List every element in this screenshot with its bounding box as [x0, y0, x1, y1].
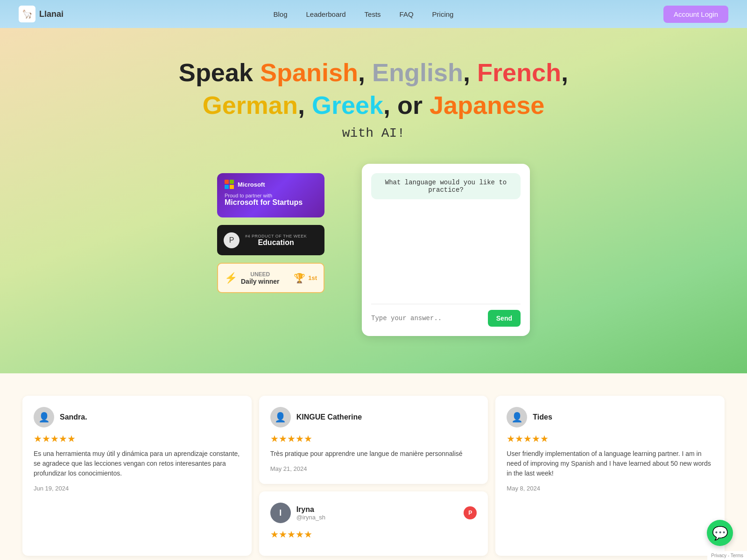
hero-japanese: Japanese: [430, 91, 544, 119]
account-login-button[interactable]: Account Login: [663, 6, 728, 23]
avatar-kingue: 👤: [270, 407, 291, 427]
uneed-left: ⚡ UNEED Daily winner: [225, 271, 279, 285]
recaptcha-notice: Privacy - Terms: [707, 551, 747, 560]
hero-english: English: [372, 58, 463, 86]
product-text: #4 PRODUCT OF THE WEEK Education: [245, 234, 307, 247]
lightning-icon: ⚡: [225, 272, 237, 284]
whatsapp-button[interactable]: 💬: [707, 520, 733, 546]
review-card-tides: 👤 Tides ★★★★★ User friendly implementati…: [495, 396, 725, 556]
product-number: #4 PRODUCT OF THE WEEK: [245, 234, 307, 238]
hero-french: French: [477, 58, 561, 86]
review-header-kingue: 👤 KINGUE Catherine: [270, 407, 477, 427]
product-badge-iryna: P: [464, 506, 477, 519]
reviewer-name-sandra: Sandra.: [60, 413, 87, 421]
reviewer-name-kingue: KINGUE Catherine: [296, 413, 362, 421]
hero-greek: Greek: [312, 91, 383, 119]
nav-leaderboard[interactable]: Leaderboard: [306, 10, 346, 18]
product-category: Education: [245, 238, 307, 247]
reviews-section: 👤 Sandra. ★★★★★ Es una herramienta muy ú…: [0, 373, 747, 560]
chat-widget: What language would you like to practice…: [362, 164, 530, 336]
logo-icon: 🦙: [19, 6, 35, 22]
recaptcha-text: Privacy - Terms: [711, 553, 743, 558]
hero-content: Microsoft Proud to partner with Microsof…: [93, 164, 654, 336]
review-text-tides: User friendly implementation of a langua…: [507, 449, 713, 478]
uneed-place: 1st: [308, 274, 317, 281]
logo-text: Llanai: [39, 9, 63, 19]
logo-area[interactable]: 🦙 Llanai: [19, 6, 63, 22]
nav-pricing[interactable]: Pricing: [432, 10, 454, 18]
reviewer-handle-iryna: @iryna_sh: [296, 514, 325, 521]
review-header-iryna: I Iryna @iryna_sh P: [270, 503, 477, 523]
comma3: ,: [561, 58, 568, 86]
review-text-sandra: Es una herramienta muy útil y dinámica p…: [34, 449, 240, 478]
trophy-icon: 🏆: [294, 273, 305, 284]
hero-subtitle: with AI!: [19, 126, 728, 140]
avatar-sandra: 👤: [34, 407, 54, 427]
microsoft-badge[interactable]: Microsoft Proud to partner with Microsof…: [217, 173, 324, 217]
uneed-title: Daily winner: [241, 278, 279, 285]
uneed-badge[interactable]: ⚡ UNEED Daily winner 🏆 1st: [217, 263, 324, 293]
main-nav: Blog Leaderboard Tests FAQ Pricing: [273, 10, 453, 18]
microsoft-logo: Microsoft: [225, 180, 317, 189]
comma2: ,: [463, 58, 477, 86]
product-week-badge[interactable]: P #4 PRODUCT OF THE WEEK Education: [217, 225, 324, 255]
uneed-brand: UNEED: [241, 271, 279, 278]
hero-title-prefix: Speak: [179, 58, 260, 86]
chat-space: [371, 205, 521, 298]
nav-blog[interactable]: Blog: [273, 10, 287, 18]
reviewer-name-tides: Tides: [533, 413, 552, 421]
avatar-tides: 👤: [507, 407, 527, 427]
uneed-right: 🏆 1st: [294, 273, 317, 284]
reviews-middle-column: 👤 KINGUE Catherine ★★★★★ Très pratique p…: [255, 392, 492, 560]
chat-send-button[interactable]: Send: [488, 310, 521, 327]
review-card-iryna: I Iryna @iryna_sh P ★★★★★: [259, 491, 488, 556]
nav-tests[interactable]: Tests: [365, 10, 381, 18]
microsoft-name: Microsoft: [238, 181, 265, 188]
hero-title: Speak Spanish, English, French, German, …: [19, 56, 728, 121]
reviewer-name-iryna: Iryna: [296, 505, 325, 514]
stars-tides: ★★★★★: [507, 433, 713, 444]
uneed-text: UNEED Daily winner: [241, 271, 279, 285]
review-header-tides: 👤 Tides: [507, 407, 713, 427]
hero-german: German: [203, 91, 298, 119]
microsoft-partner-name: Microsoft for Startups: [225, 198, 317, 207]
stars-kingue: ★★★★★: [270, 433, 477, 444]
product-icon: P: [224, 232, 240, 248]
hero-section: Speak Spanish, English, French, German, …: [0, 28, 747, 373]
review-header-sandra: 👤 Sandra.: [34, 407, 240, 427]
microsoft-grid-icon: [225, 180, 234, 189]
review-date-sandra: Jun 19, 2024: [34, 485, 69, 492]
header: 🦙 Llanai Blog Leaderboard Tests FAQ Pric…: [0, 0, 747, 28]
stars-sandra: ★★★★★: [34, 433, 240, 444]
comma5: , or: [383, 91, 430, 119]
review-card-kingue: 👤 KINGUE Catherine ★★★★★ Très pratique p…: [259, 396, 488, 484]
stars-iryna: ★★★★★: [270, 529, 477, 540]
hero-spanish: Spanish: [260, 58, 358, 86]
comma4: ,: [298, 91, 312, 119]
comma1: ,: [358, 58, 372, 86]
review-date-kingue: May 21, 2024: [270, 465, 307, 472]
microsoft-proud-text: Proud to partner with: [225, 193, 317, 198]
avatar-iryna: I: [270, 503, 291, 523]
chat-input-row: Send: [371, 304, 521, 327]
review-text-kingue: Très pratique pour apprendre une langue …: [270, 449, 477, 459]
chat-bubble: What language would you like to practice…: [371, 173, 521, 199]
badges-column: Microsoft Proud to partner with Microsof…: [217, 173, 324, 293]
review-date-tides: May 8, 2024: [507, 485, 540, 492]
iryna-info: Iryna @iryna_sh: [296, 505, 325, 521]
nav-faq[interactable]: FAQ: [400, 10, 414, 18]
review-card-sandra: 👤 Sandra. ★★★★★ Es una herramienta muy ú…: [22, 396, 252, 556]
chat-input[interactable]: [371, 315, 484, 322]
